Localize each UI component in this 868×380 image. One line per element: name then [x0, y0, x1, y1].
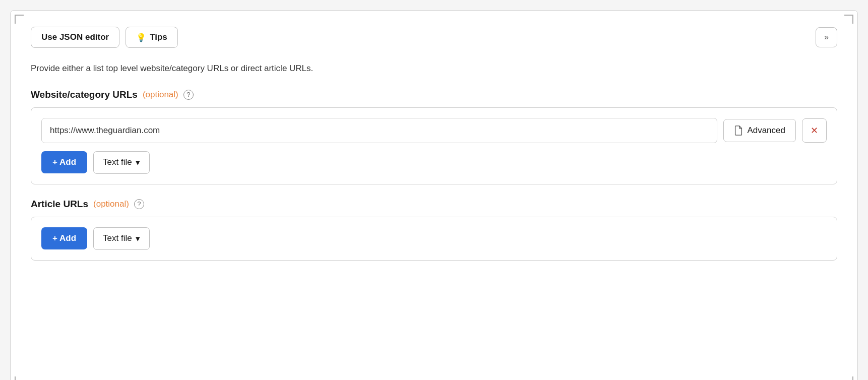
main-panel: Use JSON editor 💡 Tips » Provide either …: [10, 10, 858, 380]
toolbar: Use JSON editor 💡 Tips »: [31, 27, 837, 48]
article-url-box: + Add Text file ▾: [31, 217, 837, 261]
website-help-icon[interactable]: ?: [183, 90, 194, 100]
expand-icon: »: [824, 33, 829, 42]
article-add-label: + Add: [52, 233, 76, 243]
lightbulb-icon: 💡: [136, 33, 146, 42]
corner-br: [844, 376, 853, 380]
corner-bl: [15, 376, 24, 380]
website-add-button[interactable]: + Add: [41, 151, 87, 173]
website-title-text: Website/category URLs: [31, 89, 138, 100]
corner-tr: [844, 15, 853, 24]
article-url-actions: + Add Text file ▾: [41, 227, 827, 250]
website-url-input[interactable]: [41, 118, 717, 143]
website-textfile-label: Text file: [103, 157, 132, 167]
article-section-title: Article URLs (optional) ?: [31, 199, 837, 210]
website-textfile-button[interactable]: Text file ▾: [93, 151, 150, 174]
article-title-text: Article URLs: [31, 199, 88, 210]
advanced-label: Advanced: [747, 125, 785, 136]
website-url-box: Advanced ✕ + Add Text file ▾: [31, 107, 837, 184]
website-url-actions: + Add Text file ▾: [41, 151, 827, 174]
toolbar-left: Use JSON editor 💡 Tips: [31, 27, 178, 48]
article-optional-label: (optional): [93, 199, 129, 209]
article-add-button[interactable]: + Add: [41, 227, 87, 249]
tips-button[interactable]: 💡 Tips: [126, 27, 178, 48]
description-text: Provide either a list top level website/…: [31, 62, 837, 75]
corner-tl: [15, 15, 24, 24]
document-icon: [734, 125, 743, 136]
article-help-icon[interactable]: ?: [134, 199, 144, 209]
chevron-down-icon: ▾: [136, 157, 140, 168]
article-section: Article URLs (optional) ? + Add Text fil…: [31, 199, 837, 261]
website-section-title: Website/category URLs (optional) ?: [31, 89, 837, 100]
advanced-button[interactable]: Advanced: [723, 119, 796, 142]
website-optional-label: (optional): [143, 90, 178, 100]
website-section: Website/category URLs (optional) ? Advan…: [31, 89, 837, 184]
json-editor-label: Use JSON editor: [41, 32, 109, 42]
expand-button[interactable]: »: [816, 27, 837, 47]
website-url-row: Advanced ✕: [41, 118, 827, 143]
chevron-down-icon-2: ▾: [136, 233, 140, 244]
delete-url-button[interactable]: ✕: [802, 118, 827, 143]
close-icon: ✕: [811, 125, 818, 136]
article-textfile-label: Text file: [103, 233, 132, 243]
article-textfile-button[interactable]: Text file ▾: [93, 227, 150, 250]
website-add-label: + Add: [52, 157, 76, 167]
tips-label: Tips: [150, 32, 167, 42]
json-editor-button[interactable]: Use JSON editor: [31, 27, 119, 48]
